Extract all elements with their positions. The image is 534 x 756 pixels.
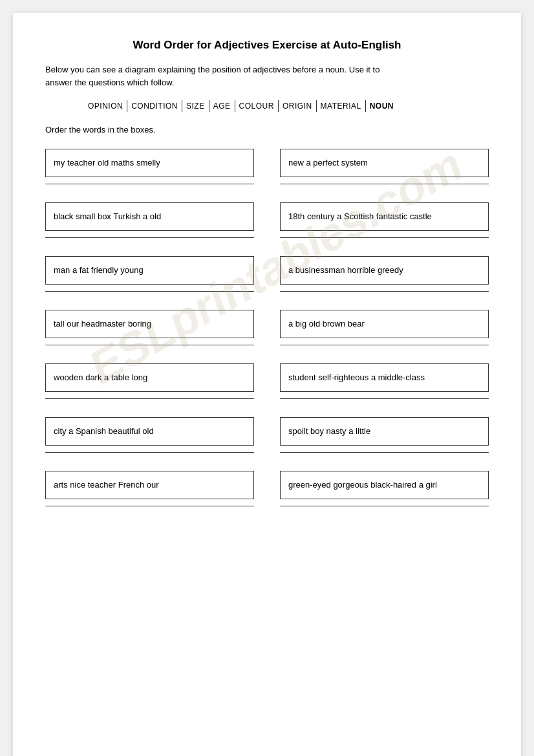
diagram-category-6: MATERIAL: [317, 100, 366, 112]
exercise-right-5: spoilt boy nasty a little: [280, 417, 489, 455]
answer-line-3: [45, 237, 254, 238]
answer-line-10: [280, 398, 489, 399]
word-box-8: a big old brown bear: [280, 310, 489, 338]
exercise-left-4: wooden dark a table long: [45, 363, 254, 402]
word-box-6: a businessman horrible greedy: [280, 256, 489, 285]
word-box-7: tall our headmaster boring: [45, 310, 254, 338]
exercise-right-1: 18th century a Scottish fantastic castle: [280, 202, 489, 241]
word-box-2: new a perfect system: [280, 149, 489, 177]
diagram-category-4: COLOUR: [235, 100, 279, 112]
adjective-order-diagram: OPINIONCONDITIONSIZEAGECOLOURORIGINMATER…: [84, 100, 489, 112]
answer-line-14: [280, 506, 489, 506]
word-box-4: 18th century a Scottish fantastic castle: [280, 202, 489, 231]
exercise-right-2: a businessman horrible greedy: [280, 256, 489, 294]
exercise-right-4: student self-righteous a middle-class: [280, 363, 489, 402]
answer-line-1: [45, 184, 254, 184]
answer-line-7: [45, 345, 254, 345]
instruction-text: Order the words in the boxes.: [45, 125, 489, 135]
answer-line-11: [45, 452, 254, 453]
word-box-1: my teacher old maths smelly: [45, 149, 254, 177]
exercise-left-0: my teacher old maths smelly: [45, 149, 254, 187]
diagram-category-0: OPINION: [84, 100, 127, 112]
answer-line-2: [280, 184, 489, 184]
exercise-right-6: green-eyed gorgeous black-haired a girl: [280, 471, 489, 509]
exercise-right-0: new a perfect system: [280, 149, 489, 187]
answer-line-5: [45, 291, 254, 292]
exercises-grid: my teacher old maths smellynew a perfect…: [45, 149, 489, 524]
diagram-category-2: SIZE: [182, 100, 209, 112]
exercise-left-5: city a Spanish beautiful old: [45, 417, 254, 455]
word-box-14: green-eyed gorgeous black-haired a girl: [280, 471, 489, 499]
page: ESLprintables.com Word Order for Adjecti…: [13, 13, 521, 756]
exercise-right-3: a big old brown bear: [280, 310, 489, 348]
answer-line-4: [280, 237, 489, 238]
diagram-category-7: NOUN: [366, 100, 398, 112]
diagram-category-1: CONDITION: [127, 100, 182, 112]
word-box-12: spoilt boy nasty a little: [280, 417, 489, 446]
word-box-9: wooden dark a table long: [45, 363, 254, 392]
intro-text: Below you can see a diagram explaining t…: [45, 63, 407, 89]
answer-line-13: [45, 506, 254, 506]
word-box-3: black small box Turkish a old: [45, 202, 254, 231]
diagram-category-5: ORIGIN: [279, 100, 317, 112]
answer-line-12: [280, 452, 489, 453]
word-box-13: arts nice teacher French our: [45, 471, 254, 499]
exercise-left-3: tall our headmaster boring: [45, 310, 254, 348]
diagram-category-3: AGE: [209, 100, 235, 112]
word-box-11: city a Spanish beautiful old: [45, 417, 254, 446]
exercise-left-6: arts nice teacher French our: [45, 471, 254, 509]
answer-line-8: [280, 345, 489, 345]
word-box-10: student self-righteous a middle-class: [280, 363, 489, 392]
exercise-left-1: black small box Turkish a old: [45, 202, 254, 241]
word-box-5: man a fat friendly young: [45, 256, 254, 285]
page-title: Word Order for Adjectives Exercise at Au…: [45, 39, 489, 52]
answer-line-9: [45, 398, 254, 399]
exercise-left-2: man a fat friendly young: [45, 256, 254, 294]
answer-line-6: [280, 291, 489, 292]
